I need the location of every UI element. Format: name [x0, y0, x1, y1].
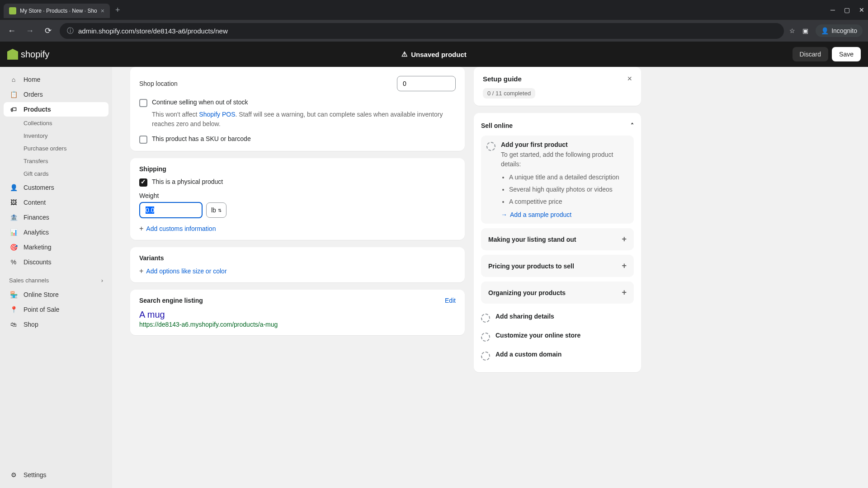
sidebar-item-analytics[interactable]: 📊 Analytics: [4, 225, 108, 239]
setup-step-listing-stand-out[interactable]: Making your listing stand out +: [481, 228, 634, 250]
forward-button[interactable]: →: [24, 26, 36, 36]
shop-location-input[interactable]: [397, 76, 456, 91]
close-setup-button[interactable]: ×: [627, 74, 632, 84]
variants-title: Variants: [139, 254, 456, 262]
step-circle-icon[interactable]: [486, 142, 495, 151]
add-first-product-desc: To get started, add the following produc…: [501, 150, 628, 206]
shop-location-label: Shop location: [139, 80, 178, 87]
browser-toolbar: ← → ⟳ ⓘ admin.shopify.com/store/de8143-a…: [0, 20, 868, 42]
seo-preview-url: https://de8143-a6.myshopify.com/products…: [139, 321, 456, 328]
minimize-icon[interactable]: ─: [830, 6, 835, 14]
step-circle-icon: [481, 314, 490, 323]
plus-icon: +: [139, 267, 143, 275]
sidebar-item-settings[interactable]: ⚙ Settings: [4, 468, 108, 482]
setup-step-custom-domain[interactable]: Add a custom domain: [481, 346, 634, 365]
shopify-favicon-icon: [9, 7, 16, 14]
plus-icon: +: [622, 235, 627, 244]
browser-tab[interactable]: My Store · Products · New · Sho ×: [4, 4, 110, 18]
orders-icon: 📋: [9, 90, 18, 99]
discard-button[interactable]: Discard: [793, 47, 828, 61]
bookmark-icon[interactable]: ☆: [789, 27, 795, 34]
save-button[interactable]: Save: [832, 47, 861, 61]
sell-online-toggle[interactable]: Sell online ˄: [481, 120, 634, 131]
physical-product-checkbox[interactable]: [139, 178, 147, 187]
shopify-pos-link[interactable]: Shopify POS: [199, 111, 235, 118]
app-topbar: shopify ⚠ Unsaved product Discard Save: [0, 42, 868, 67]
finances-icon: 🏦: [9, 213, 18, 222]
sidebar-item-customers[interactable]: 👤 Customers: [4, 180, 108, 195]
tab-title: My Store · Products · New · Sho: [20, 8, 97, 14]
sidebar: ⌂ Home 📋 Orders 🏷 Products Collections I…: [0, 67, 112, 488]
back-button[interactable]: ←: [5, 26, 18, 36]
sidebar-item-online-store[interactable]: 🏪 Online Store: [4, 287, 108, 302]
customers-icon: 👤: [9, 183, 18, 192]
sidebar-item-products[interactable]: 🏷 Products: [4, 102, 108, 117]
sku-checkbox[interactable]: [139, 136, 147, 144]
sidebar-item-marketing[interactable]: 🎯 Marketing: [4, 240, 108, 254]
add-sample-product-link[interactable]: → Add a sample product: [501, 211, 628, 218]
seo-section-title: Search engine listing: [139, 297, 203, 304]
inventory-card: Shop location Continue selling when out …: [130, 67, 465, 151]
arrow-right-icon: →: [501, 211, 507, 218]
sidebar-item-shop[interactable]: 🛍 Shop: [4, 317, 108, 332]
shop-icon: 🛍: [9, 320, 18, 329]
weight-label: Weight: [139, 192, 456, 199]
close-tab-icon[interactable]: ×: [101, 7, 104, 14]
sidebar-item-pos[interactable]: 📍 Point of Sale: [4, 302, 108, 317]
shipping-card: Shipping This is a physical product Weig…: [130, 158, 465, 240]
add-customs-button[interactable]: + Add customs information: [139, 225, 456, 233]
chevron-right-icon: ›: [101, 277, 103, 284]
incognito-badge[interactable]: 👤 Incognito: [816, 24, 863, 37]
setup-guide-title: Setup guide: [483, 75, 522, 83]
setup-sell-online-card: Sell online ˄ Add your first product To …: [474, 113, 641, 372]
sku-label: This product has a SKU or barcode: [152, 135, 251, 142]
sidebar-item-finances[interactable]: 🏦 Finances: [4, 210, 108, 225]
sidebar-item-home[interactable]: ⌂ Home: [4, 72, 108, 87]
setup-step-pricing[interactable]: Pricing your products to sell +: [481, 255, 634, 277]
url-bar[interactable]: ⓘ admin.shopify.com/store/de8143-a6/prod…: [60, 23, 784, 39]
url-text: admin.shopify.com/store/de8143-a6/produc…: [78, 27, 228, 35]
weight-unit-select[interactable]: lb ⇅: [206, 202, 226, 218]
sidebar-item-purchase-orders[interactable]: Purchase orders: [4, 142, 108, 155]
continue-selling-checkbox[interactable]: [139, 99, 147, 107]
warning-icon: ⚠: [401, 50, 407, 58]
shipping-title: Shipping: [139, 165, 456, 173]
home-icon: ⌂: [9, 75, 18, 84]
sidebar-item-content[interactable]: 🖼 Content: [4, 195, 108, 210]
continue-selling-help: This won't affect Shopify POS. Staff wil…: [152, 110, 456, 129]
new-tab-button[interactable]: +: [115, 5, 120, 15]
sales-channels-header[interactable]: Sales channels ›: [4, 273, 108, 287]
sidebar-item-orders[interactable]: 📋 Orders: [4, 87, 108, 102]
sidebar-item-gift-cards[interactable]: Gift cards: [4, 168, 108, 180]
variants-card: Variants + Add options like size or colo…: [130, 247, 465, 282]
chevron-up-icon: ˄: [631, 122, 634, 129]
weight-input[interactable]: [139, 202, 203, 218]
content-icon: 🖼: [9, 198, 18, 207]
setup-step-customize-store[interactable]: Customize your online store: [481, 327, 634, 346]
seo-edit-button[interactable]: Edit: [445, 297, 456, 304]
seo-card: Edit Search engine listing A mug https:/…: [130, 290, 465, 335]
analytics-icon: 📊: [9, 228, 18, 237]
sidebar-item-transfers[interactable]: Transfers: [4, 155, 108, 167]
plus-icon: +: [622, 261, 627, 271]
setup-progress: 0 / 11 completed: [483, 88, 535, 99]
reader-icon[interactable]: ▣: [802, 27, 808, 34]
sidebar-item-discounts[interactable]: % Discounts: [4, 255, 108, 269]
unsaved-indicator: ⚠ Unsaved product: [401, 50, 467, 58]
incognito-icon: 👤: [821, 27, 829, 34]
step-circle-icon: [481, 352, 490, 361]
add-first-product-title: Add your first product: [501, 141, 628, 148]
reload-button[interactable]: ⟳: [42, 26, 54, 36]
sidebar-item-collections[interactable]: Collections: [4, 117, 108, 129]
shopify-logo[interactable]: shopify: [7, 49, 49, 60]
setup-step-sharing[interactable]: Add sharing details: [481, 308, 634, 327]
close-window-icon[interactable]: ✕: [859, 6, 864, 14]
setup-step-organizing[interactable]: Organizing your products +: [481, 282, 634, 304]
sidebar-item-inventory[interactable]: Inventory: [4, 130, 108, 142]
add-options-button[interactable]: + Add options like size or color: [139, 267, 456, 275]
window-controls: ─ ▢ ✕: [830, 6, 864, 14]
maximize-icon[interactable]: ▢: [844, 6, 850, 14]
products-icon: 🏷: [9, 105, 18, 114]
site-info-icon[interactable]: ⓘ: [67, 27, 74, 35]
shopify-bag-icon: [7, 49, 18, 60]
